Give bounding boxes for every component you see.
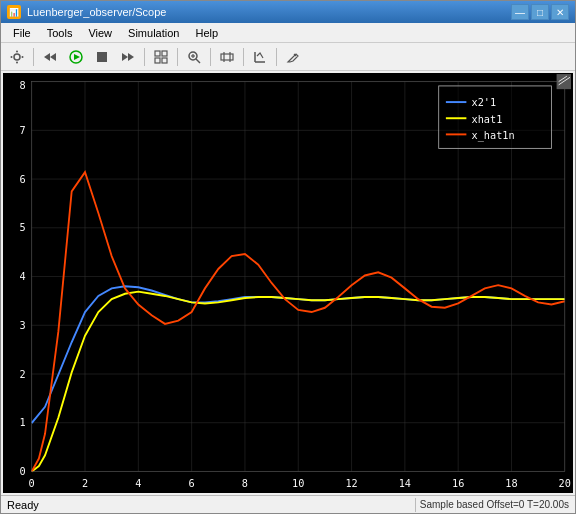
window-title: Luenberger_observer/Scope [27,6,166,18]
menu-view[interactable]: View [80,25,120,41]
status-divider-1 [415,498,416,512]
svg-text:6: 6 [189,476,195,488]
rewind-button[interactable] [38,46,62,68]
svg-text:4: 4 [19,270,25,282]
svg-marker-8 [74,54,80,60]
plot-svg: 0 1 2 3 4 5 6 7 8 0 2 4 6 8 10 12 14 16 [3,73,573,493]
forward-button[interactable] [116,46,140,68]
menu-file[interactable]: File [5,25,39,41]
main-window: 📊 Luenberger_observer/Scope — □ ✕ File T… [0,0,576,514]
svg-text:20: 20 [559,476,571,488]
svg-marker-6 [50,53,56,61]
separator-1 [33,48,34,66]
svg-text:3: 3 [19,319,25,331]
status-bar: Ready Sample based Offset=0 T=20.00s [1,495,575,513]
svg-text:16: 16 [452,476,464,488]
separator-3 [177,48,178,66]
play-button[interactable] [64,46,88,68]
app-icon: 📊 [7,5,21,19]
svg-text:2: 2 [19,368,25,380]
svg-point-0 [14,54,20,60]
svg-point-1 [16,50,18,52]
scale-button[interactable] [215,46,239,68]
status-ready: Ready [7,499,39,511]
svg-text:x_hat1n: x_hat1n [472,128,515,141]
menu-tools[interactable]: Tools [39,25,81,41]
svg-rect-9 [97,52,107,62]
settings-button[interactable] [5,46,29,68]
status-info: Sample based Offset=0 T=20.00s [420,499,569,510]
layout-button[interactable] [149,46,173,68]
axes-button[interactable] [248,46,272,68]
svg-point-2 [16,61,18,63]
svg-text:8: 8 [19,79,25,91]
svg-text:1: 1 [19,416,25,428]
plot-container: 0 1 2 3 4 5 6 7 8 0 2 4 6 8 10 12 14 16 [3,73,573,493]
svg-text:x2'1: x2'1 [472,96,497,108]
svg-marker-10 [122,53,128,61]
svg-text:0: 0 [19,464,25,476]
svg-text:18: 18 [505,476,517,488]
separator-5 [243,48,244,66]
stop-button[interactable] [90,46,114,68]
title-controls: — □ ✕ [511,4,569,20]
menu-simulation[interactable]: Simulation [120,25,187,41]
maximize-button[interactable]: □ [531,4,549,20]
svg-point-4 [22,56,24,58]
svg-text:8: 8 [242,476,248,488]
toolbar [1,43,575,71]
svg-text:5: 5 [19,221,25,233]
svg-text:7: 7 [19,124,25,136]
svg-rect-20 [221,54,233,60]
plot-area[interactable]: 0 1 2 3 4 5 6 7 8 0 2 4 6 8 10 12 14 16 [3,73,573,493]
svg-text:10: 10 [292,476,304,488]
close-button[interactable]: ✕ [551,4,569,20]
svg-line-17 [196,59,200,63]
separator-2 [144,48,145,66]
menu-help[interactable]: Help [187,25,226,41]
svg-marker-25 [288,54,298,62]
svg-text:6: 6 [19,173,25,185]
svg-point-3 [11,56,13,58]
svg-text:14: 14 [399,476,411,488]
zoom-in-button[interactable] [182,46,206,68]
svg-rect-12 [155,51,160,56]
minimize-button[interactable]: — [511,4,529,20]
svg-rect-13 [162,51,167,56]
svg-rect-14 [155,58,160,63]
title-bar-left: 📊 Luenberger_observer/Scope [7,5,166,19]
separator-4 [210,48,211,66]
title-bar: 📊 Luenberger_observer/Scope — □ ✕ [1,1,575,23]
separator-6 [276,48,277,66]
svg-text:0: 0 [29,476,35,488]
svg-marker-5 [44,53,50,61]
menu-bar: File Tools View Simulation Help [1,23,575,43]
edit-button[interactable] [281,46,305,68]
svg-text:4: 4 [135,476,141,488]
svg-marker-11 [128,53,134,61]
svg-text:2: 2 [82,476,88,488]
svg-text:xhat1: xhat1 [472,112,503,124]
svg-rect-15 [162,58,167,63]
svg-text:12: 12 [345,476,357,488]
